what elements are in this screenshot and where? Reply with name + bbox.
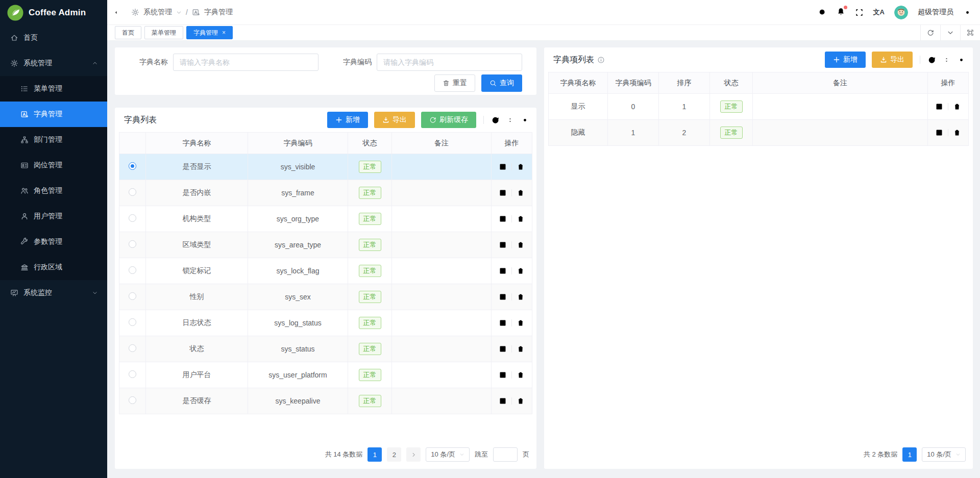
page-button-1[interactable]: 1 <box>368 447 382 462</box>
table-row[interactable]: 锁定标记 sys_lock_flag 正常 <box>119 258 532 284</box>
table-row[interactable]: 区域类型 sys_area_type 正常 <box>119 232 532 258</box>
table-row[interactable]: 性别 sys_sex 正常 <box>119 284 532 310</box>
tab-dict-mgmt[interactable]: 字典管理 × <box>186 26 233 39</box>
current-user-name[interactable]: 超级管理员 <box>918 8 953 17</box>
dict-code-input[interactable] <box>377 54 522 71</box>
row-radio[interactable] <box>129 240 136 248</box>
export-dict-button[interactable]: 导出 <box>374 112 415 128</box>
export-dict-items-button[interactable]: 导出 <box>872 52 913 68</box>
delete-icon[interactable] <box>517 215 525 223</box>
table-row[interactable]: 是否显示 sys_visible 正常 <box>119 154 532 180</box>
table-row[interactable]: 隐藏 1 2 正常 <box>549 120 969 146</box>
edit-icon[interactable] <box>499 215 507 223</box>
edit-icon[interactable] <box>499 371 507 379</box>
delete-icon[interactable] <box>517 371 525 379</box>
dict-name-input[interactable] <box>173 54 318 71</box>
row-radio[interactable] <box>129 292 136 300</box>
refresh-page-button[interactable] <box>920 25 940 40</box>
table-row[interactable]: 是否内嵌 sys_frame 正常 <box>119 180 532 206</box>
edit-icon[interactable] <box>499 345 507 353</box>
sidebar-item-dict-mgmt[interactable]: 字典管理 <box>0 102 107 127</box>
row-radio[interactable] <box>129 370 136 378</box>
tab-options-button[interactable] <box>940 25 960 40</box>
sidebar-item-dept-mgmt[interactable]: 部门管理 <box>0 127 107 153</box>
fullscreen-icon[interactable] <box>855 8 864 17</box>
page-size-select[interactable]: 10 条/页 <box>426 447 470 462</box>
sidebar-item-role-mgmt[interactable]: 角色管理 <box>0 178 107 204</box>
row-radio[interactable] <box>129 344 136 352</box>
page-button-1[interactable]: 1 <box>902 447 917 462</box>
tab-home[interactable]: 首页 <box>115 26 141 39</box>
add-dict-item-button[interactable]: 新增 <box>825 52 866 68</box>
table-row[interactable]: 状态 sys_status 正常 <box>119 336 532 362</box>
edit-icon[interactable] <box>499 319 507 327</box>
avatar[interactable] <box>894 6 908 19</box>
content-fullscreen-button[interactable] <box>960 25 980 40</box>
table-row[interactable]: 用户平台 sys_user_platform 正常 <box>119 362 532 388</box>
sidebar-item-menu-mgmt[interactable]: 菜单管理 <box>0 76 107 102</box>
add-dict-button[interactable]: 新增 <box>327 112 368 128</box>
breadcrumb-group[interactable]: 系统管理 <box>143 8 172 17</box>
table-settings-icon[interactable] <box>957 56 966 64</box>
edit-icon[interactable] <box>499 241 507 249</box>
col-actions: 操作 <box>928 72 969 94</box>
sidebar-item-monitor[interactable]: 系统监控 <box>0 280 107 306</box>
delete-icon[interactable] <box>517 319 525 327</box>
app-logo[interactable]: Coffee Admin <box>0 0 107 25</box>
delete-icon[interactable] <box>517 345 525 353</box>
collapse-sidebar-icon[interactable] <box>114 8 123 17</box>
delete-icon[interactable] <box>517 267 525 275</box>
sidebar-item-region[interactable]: 行政区域 <box>0 255 107 280</box>
delete-icon[interactable] <box>953 103 961 111</box>
row-height-icon[interactable] <box>506 116 514 124</box>
reload-table-icon[interactable] <box>491 116 500 124</box>
edit-icon[interactable] <box>935 103 943 111</box>
row-radio[interactable] <box>129 162 136 170</box>
edit-icon[interactable] <box>499 189 507 197</box>
remark-cell <box>392 258 492 284</box>
jump-page-input[interactable] <box>493 447 518 462</box>
sidebar-item-post-mgmt[interactable]: 岗位管理 <box>0 153 107 178</box>
table-row[interactable]: 显示 0 1 正常 <box>549 94 969 120</box>
language-icon[interactable]: 文A <box>873 8 885 17</box>
row-radio[interactable] <box>129 188 136 196</box>
table-row[interactable]: 日志状态 sys_log_status 正常 <box>119 310 532 336</box>
reload-table-icon[interactable] <box>927 56 936 64</box>
edit-icon[interactable] <box>935 129 943 137</box>
row-radio[interactable] <box>129 214 136 222</box>
refresh-cache-button[interactable]: 刷新缓存 <box>421 112 476 128</box>
row-radio[interactable] <box>129 318 136 326</box>
query-button[interactable]: 查询 <box>481 74 522 92</box>
delete-icon[interactable] <box>517 293 525 301</box>
sidebar-item-param-mgmt[interactable]: 参数管理 <box>0 229 107 255</box>
delete-icon[interactable] <box>517 189 525 197</box>
search-icon[interactable] <box>818 8 827 17</box>
row-radio[interactable] <box>129 396 136 404</box>
table-row[interactable]: 机构类型 sys_org_type 正常 <box>119 206 532 232</box>
reset-button[interactable]: 重置 <box>434 74 475 92</box>
sidebar-item-system[interactable]: 系统管理 <box>0 51 107 76</box>
row-height-icon[interactable] <box>942 56 951 64</box>
edit-icon[interactable] <box>499 163 507 171</box>
table-row[interactable]: 是否缓存 sys_keepalive 正常 <box>119 388 532 414</box>
tab-menu-mgmt[interactable]: 菜单管理 <box>144 26 183 39</box>
delete-icon[interactable] <box>517 397 525 405</box>
delete-icon[interactable] <box>953 129 961 137</box>
row-radio[interactable] <box>129 266 136 274</box>
edit-icon[interactable] <box>499 267 507 275</box>
edit-icon[interactable] <box>499 397 507 405</box>
next-page-button[interactable] <box>406 447 421 462</box>
close-tab-icon[interactable]: × <box>222 30 226 36</box>
notifications-button[interactable] <box>837 7 845 17</box>
settings-gear-icon[interactable] <box>963 8 972 17</box>
sidebar-item-home[interactable]: 首页 <box>0 25 107 51</box>
page-button-2[interactable]: 2 <box>387 447 401 462</box>
status-badge: 正常 <box>359 291 381 303</box>
table-settings-icon[interactable] <box>521 116 529 124</box>
sidebar-item-user-mgmt[interactable]: 用户管理 <box>0 204 107 229</box>
edit-icon[interactable] <box>499 293 507 301</box>
delete-icon[interactable] <box>517 241 525 249</box>
delete-icon[interactable] <box>517 163 525 171</box>
page-size-select[interactable]: 10 条/页 <box>922 447 966 462</box>
divider <box>948 129 948 136</box>
